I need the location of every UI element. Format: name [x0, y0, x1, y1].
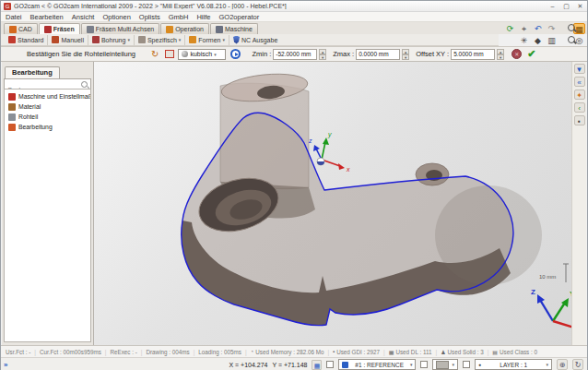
zmin-input[interactable] — [273, 49, 317, 60]
layer-icon: ● — [478, 362, 481, 367]
redo-icon[interactable]: ↷ — [546, 23, 558, 34]
chevron-left-icon[interactable]: ‹ — [574, 102, 585, 113]
tree-item-maschine-label: Maschine und Einstellmaße — [18, 93, 90, 100]
color-checkbox[interactable] — [420, 361, 428, 368]
offset-xy-input[interactable] — [451, 49, 495, 60]
tab-cad-label: CAD — [18, 26, 32, 32]
nc-shield-icon — [233, 36, 240, 44]
zoom-plus-icon[interactable] — [559, 35, 571, 46]
title-bar: G GO2cam < © GO2cam International 2009 -… — [1, 1, 587, 12]
menu-go2operator[interactable]: GO2operator — [218, 13, 259, 21]
memory-icon: ◔ — [251, 349, 254, 354]
spezifisch-label: Spezifisch — [147, 37, 177, 43]
formen-button[interactable]: Formen ▾ — [185, 35, 229, 45]
filter-icon[interactable]: ▼ — [574, 64, 585, 74]
menu-optionen[interactable]: Optionen — [102, 13, 130, 21]
standard-button[interactable]: Standard — [5, 35, 48, 45]
tree-item-bearbeitung-label: Bearbeitung — [18, 124, 53, 130]
stock-dropdown-arrow: ▾ — [214, 52, 217, 57]
cancel-button[interactable]: ✕ — [512, 49, 522, 59]
scale-indicator: 10 mm — [539, 264, 569, 282]
stock-icon — [8, 113, 16, 121]
manuell-button[interactable]: Manuell — [48, 35, 88, 45]
fill-tool-icon[interactable]: ◆ — [532, 35, 544, 46]
bohrung-button[interactable]: Bohrung ▾ — [88, 35, 135, 45]
maximize-button[interactable]: ▢ — [559, 1, 573, 11]
play-button[interactable] — [230, 49, 241, 59]
expand-icon[interactable]: » — [4, 361, 7, 369]
prompt-bar: Bestätigen Sie die Rohteileinteilung ↻ k… — [1, 46, 587, 62]
zmin-field: Zmin : ▴▾ — [252, 49, 326, 60]
menu-oplists[interactable]: Oplists — [139, 13, 160, 21]
zmax-spinner[interactable]: ▴▾ — [402, 49, 409, 60]
stock-box-icon[interactable] — [165, 50, 174, 58]
reference-dropdown-arrow: ▾ — [410, 362, 413, 367]
quick-access-icons: ⟳ ⌖ ↶ ↷ ▦ ✳ ◆ ▥ ◎ — [497, 22, 585, 46]
class-icon: ▤ — [492, 349, 498, 355]
class-metric: ▤ Used Class : 0 — [492, 349, 537, 355]
zmin-spinner[interactable]: ▴▾ — [319, 49, 326, 60]
tab-operation[interactable]: Operation — [160, 23, 209, 34]
offset-xy-spinner[interactable]: ▴▾ — [497, 49, 504, 60]
app-icon: G — [4, 3, 11, 10]
manuell-label: Manuell — [61, 37, 84, 43]
tree-item-bearbeitung[interactable]: Bearbeitung — [5, 122, 90, 132]
grid-toggle-icon[interactable]: ▦ — [312, 360, 322, 370]
tab-maschine[interactable]: Maschine — [210, 23, 258, 34]
tree-item-rohteil[interactable]: Rohteil — [5, 112, 90, 122]
coordinate-y: Y = +71.148 — [272, 362, 307, 368]
minimize-button[interactable]: – — [546, 1, 559, 11]
spray-tool-icon[interactable]: ✳ — [518, 35, 530, 46]
hand-tool-icon[interactable]: ✦ — [574, 90, 585, 100]
tab-fraesen-multi[interactable]: Fräsen Multi Achsen — [81, 23, 159, 34]
tab-fraesen-label: Fräsen — [53, 26, 75, 32]
formen-icon — [189, 36, 196, 43]
measure-icon[interactable]: ⌖ — [518, 23, 530, 34]
menu-gmbh[interactable]: GmbH — [169, 13, 189, 21]
nc-ausgabe-button[interactable]: NC Ausgabe — [229, 35, 281, 45]
zoom-tool-icon[interactable] — [559, 23, 571, 34]
collapse-panel-icon[interactable]: « — [574, 77, 585, 87]
reference-select[interactable]: #1 : REFERENCE ▾ — [338, 359, 416, 370]
tree-item-material[interactable]: Material — [5, 101, 90, 112]
layer-checkbox[interactable] — [463, 361, 470, 368]
reference-checkbox[interactable] — [326, 361, 334, 368]
svg-text:y: y — [327, 131, 332, 138]
menu-ansicht[interactable]: Ansicht — [72, 13, 95, 21]
right-end-shading — [435, 185, 542, 285]
stock-type-select[interactable]: kubisch ▾ — [178, 49, 226, 60]
menu-hilfe[interactable]: Hilfe — [196, 13, 210, 21]
tree-item-maschine[interactable]: Maschine und Einstellmaße — [5, 91, 90, 101]
camera-icon[interactable]: ▪ — [574, 115, 585, 125]
zmax-input[interactable] — [356, 49, 400, 60]
tab-fraesen-multi-label: Fräsen Multi Achsen — [96, 26, 154, 32]
memory-metric: ◔ Used Memory : 282.06 Mo — [251, 349, 324, 355]
tab-operation-label: Operation — [175, 26, 204, 32]
ribbon-toolbar: Standard Manuell Bohrung ▾ Spezifisch ▾ … — [1, 34, 499, 46]
refresh-view-button[interactable]: ↻ — [572, 359, 583, 370]
bohrung-dropdown-arrow: ▾ — [127, 37, 130, 42]
menu-datei[interactable]: Datei — [6, 13, 22, 21]
viewport-3d[interactable]: x y z 10 mm Z Y X — [94, 62, 573, 345]
tab-fraesen[interactable]: Fräsen — [39, 23, 80, 34]
tab-cad[interactable]: CAD — [4, 23, 38, 34]
undo-icon[interactable]: ↶ — [532, 23, 544, 34]
close-button[interactable]: ✕ — [573, 1, 587, 11]
refresh-icon[interactable]: ⟳ — [504, 23, 516, 34]
menu-bearbeiten[interactable]: Bearbeiten — [30, 13, 64, 21]
zoom-selection-button[interactable]: ⊕ — [557, 359, 568, 370]
confirm-button[interactable]: ✔ — [527, 48, 535, 60]
formen-label: Formen — [198, 37, 220, 43]
rotate-part-icon[interactable]: ↻ — [151, 49, 159, 59]
tree-item-rohteil-label: Rohteil — [18, 113, 38, 120]
color-select[interactable]: ▾ — [432, 359, 458, 370]
spezifisch-button[interactable]: Spezifisch ▾ — [135, 35, 185, 45]
zmax-field: Zmax : ▴▾ — [333, 49, 409, 60]
reference-icon — [342, 362, 348, 368]
tab-maschine-label: Maschine — [225, 26, 253, 32]
layer-select[interactable]: ● LAYER : 1 ▾ — [475, 359, 552, 370]
fraesen-tab-icon — [44, 26, 52, 33]
standard-label: Standard — [18, 37, 43, 43]
delete-tool-icon[interactable]: ▥ — [546, 35, 558, 46]
sidebar-tab-bearbeitung[interactable]: Bearbeitung — [5, 66, 60, 78]
